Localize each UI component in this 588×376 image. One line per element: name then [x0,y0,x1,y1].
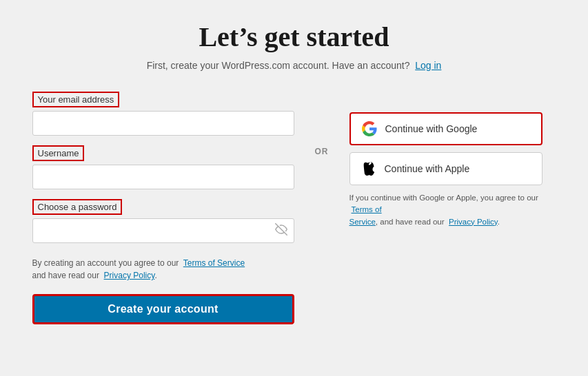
username-input-wrapper [32,165,294,189]
email-input-wrapper [32,111,294,136]
terms-of-service-link[interactable]: Terms of Service [183,258,245,268]
password-field-group: Choose a password [32,199,294,243]
apple-icon [361,161,376,176]
password-input-wrapper [32,218,294,243]
social-privacy-link[interactable]: Privacy Policy [449,218,498,226]
create-account-button[interactable]: Create your account [32,294,294,324]
google-icon [362,121,377,136]
email-input[interactable] [32,111,294,136]
google-login-button[interactable]: Continue with Google [349,112,543,145]
email-label: Your email address [32,92,120,107]
apple-login-button[interactable]: Continue with Apple [349,152,543,185]
subtitle-text: First, create your WordPress.com account… [147,60,410,71]
username-input[interactable] [32,165,294,189]
toggle-password-icon[interactable] [275,223,287,238]
password-input[interactable] [32,218,294,243]
terms-text: By creating an account you agree to our … [32,257,294,282]
social-note: If you continue with Google or Apple, yo… [349,192,543,228]
left-panel: Your email address Username Choose a pas… [32,92,294,324]
email-field-group: Your email address [32,92,294,136]
privacy-policy-link[interactable]: Privacy Policy [104,271,155,280]
right-panel: Continue with Google Continue with Apple… [349,92,543,228]
main-layout: Your email address Username Choose a pas… [32,92,556,324]
username-label: Username [32,145,85,161]
google-button-label: Continue with Google [385,123,478,134]
or-divider: OR [294,92,349,156]
page-title: Let’s get started [199,21,389,53]
password-label: Choose a password [32,199,123,215]
subtitle: First, create your WordPress.com account… [147,60,442,71]
username-field-group: Username [32,145,294,189]
login-link[interactable]: Log in [415,60,441,71]
apple-button-label: Continue with Apple [385,163,470,174]
